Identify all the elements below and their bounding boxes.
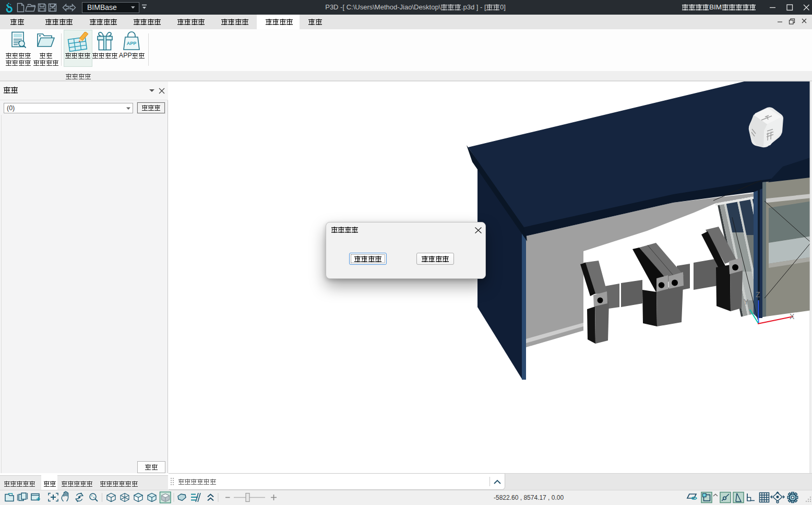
svg-text:Z: Z <box>756 290 760 299</box>
svg-text:X: X <box>790 312 795 321</box>
svg-text:APP: APP <box>127 41 137 46</box>
svg-text:Y: Y <box>744 298 749 306</box>
